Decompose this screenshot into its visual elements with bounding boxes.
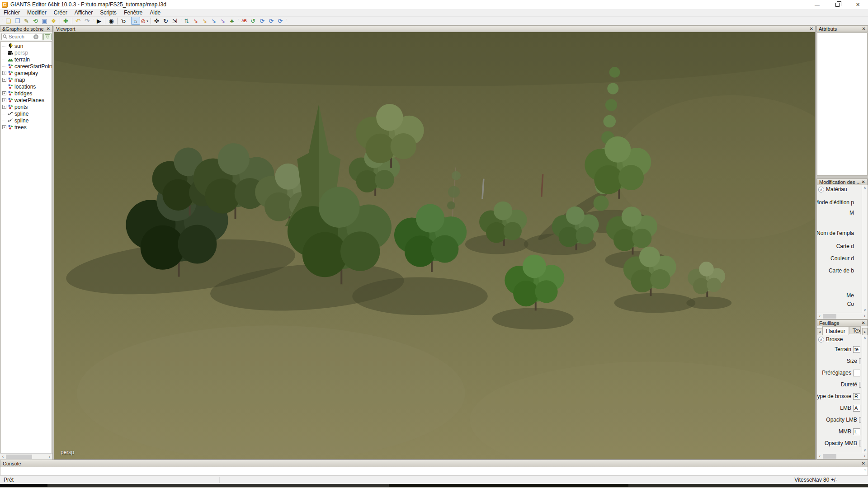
console-close-icon[interactable]: ✕ bbox=[862, 461, 865, 466]
new-file-icon[interactable]: ❏ bbox=[4, 17, 13, 25]
property-field[interactable]: A bbox=[853, 405, 860, 412]
tab-tex[interactable]: Tex bbox=[849, 326, 861, 334]
menu-creer[interactable]: Créer bbox=[50, 9, 71, 16]
scenegraph-item-map[interactable]: +map bbox=[1, 76, 52, 83]
menu-aide[interactable]: Aide bbox=[146, 9, 164, 16]
scale-tool-icon[interactable]: ⇲ bbox=[170, 17, 179, 25]
menu-scripts[interactable]: Scripts bbox=[96, 9, 120, 16]
scroll-right-icon[interactable]: › bbox=[862, 454, 868, 459]
scenegraph-hscrollbar[interactable]: ‹ › bbox=[0, 453, 52, 460]
console-body[interactable]: ⁘ bbox=[0, 467, 868, 475]
property-field[interactable]: te bbox=[853, 346, 860, 353]
scenegraph-item-sun[interactable]: sun bbox=[1, 42, 52, 49]
expand-icon[interactable]: + bbox=[2, 98, 6, 102]
terrain-paint-red-icon[interactable]: ➘ bbox=[191, 17, 200, 25]
export-file-icon[interactable]: ❖ bbox=[49, 17, 58, 25]
scenegraph-item-trees[interactable]: +trees bbox=[1, 124, 52, 131]
search-input[interactable] bbox=[9, 34, 32, 39]
scroll-left-icon[interactable]: ‹ bbox=[0, 454, 6, 459]
scenegraph-item-spline[interactable]: spline bbox=[1, 110, 52, 117]
scenegraph-item-locations[interactable]: locations bbox=[1, 83, 52, 90]
foliage-close-icon[interactable]: ✕ bbox=[862, 320, 865, 325]
foliage-vscrollbar[interactable]: ∧ ∨ bbox=[862, 335, 868, 453]
resize-grip-icon[interactable]: ⁘ bbox=[863, 468, 867, 472]
property-field[interactable]: L bbox=[853, 428, 860, 435]
play-icon[interactable]: ▶ bbox=[94, 17, 104, 25]
menu-modifier[interactable]: Modifier bbox=[24, 9, 50, 16]
expand-icon[interactable]: + bbox=[2, 125, 6, 129]
scroll-down-icon[interactable]: ∨ bbox=[863, 448, 866, 452]
expand-icon[interactable]: + bbox=[2, 71, 6, 75]
scroll-up-icon[interactable]: ∧ bbox=[863, 336, 866, 340]
tab-scroll-right-icon[interactable]: ▸ bbox=[862, 328, 868, 335]
reload-objects-icon[interactable]: ⟳ bbox=[276, 17, 285, 25]
reload-file-icon[interactable]: ⟲ bbox=[31, 17, 40, 25]
terrain-paint-orange-icon[interactable]: ➘ bbox=[200, 17, 209, 25]
reload-textures-icon[interactable]: ⟳ bbox=[267, 17, 276, 25]
move-tool-icon[interactable]: ✜ bbox=[152, 17, 161, 25]
property-field-edge[interactable] bbox=[859, 417, 861, 423]
scroll-left-icon[interactable]: ‹ bbox=[817, 314, 823, 319]
scenegraph-close-icon[interactable]: ✕ bbox=[47, 26, 50, 31]
tab-scroll-left-icon[interactable]: ◂ bbox=[817, 328, 822, 335]
menu-afficher[interactable]: Afficher bbox=[71, 9, 96, 16]
camera-disabled-icon[interactable]: ⊘▾ bbox=[140, 17, 149, 25]
save-icon[interactable]: ▣ bbox=[40, 17, 49, 25]
scenegraph-item-terrain[interactable]: terrain bbox=[1, 56, 52, 63]
scroll-thumb[interactable] bbox=[6, 455, 32, 459]
filter-button[interactable] bbox=[43, 33, 52, 40]
scenegraph-item-careerStartPoint[interactable]: careerStartPoint bbox=[1, 63, 52, 70]
minimize-button[interactable]: — bbox=[807, 0, 827, 9]
show-eye-icon[interactable]: ◉ bbox=[107, 17, 116, 25]
terrain-sculpt-icon[interactable]: ⇅ bbox=[182, 17, 191, 25]
expand-icon[interactable]: + bbox=[2, 91, 6, 95]
modification-vscrollbar[interactable]: ∧ ∨ bbox=[862, 185, 868, 313]
property-field-edge[interactable] bbox=[859, 382, 861, 388]
scroll-down-icon[interactable]: ∨ bbox=[863, 308, 866, 312]
reload-shaders-icon[interactable]: ⟳ bbox=[258, 17, 267, 25]
attributes-close-icon[interactable]: ✕ bbox=[862, 26, 866, 31]
brush-section[interactable]: ∧ Brosse bbox=[817, 335, 868, 343]
scenegraph-item-gameplay[interactable]: +gameplay bbox=[1, 70, 52, 76]
property-field-edge[interactable] bbox=[859, 358, 861, 364]
property-field[interactable] bbox=[853, 370, 860, 376]
terrain-paint-purple-icon[interactable]: ➘ bbox=[218, 17, 227, 25]
edit-file-icon[interactable]: ✎ bbox=[22, 17, 31, 25]
add-file-icon[interactable]: ✚ bbox=[61, 17, 71, 25]
zoom-icon[interactable]: ⚲ bbox=[119, 17, 128, 25]
material-section[interactable]: ∧ Matériau bbox=[817, 185, 868, 193]
scroll-thumb[interactable] bbox=[823, 454, 836, 459]
menu-fichier[interactable]: Fichier bbox=[0, 9, 24, 16]
scenegraph-item-waterPlanes[interactable]: +waterPlanes bbox=[1, 97, 52, 103]
expand-icon[interactable]: + bbox=[2, 105, 6, 109]
undo-icon[interactable]: ↶ bbox=[74, 17, 83, 25]
scroll-thumb[interactable] bbox=[823, 314, 836, 319]
scenegraph-item-spline[interactable]: spline bbox=[1, 117, 52, 124]
text-ab-icon[interactable]: AB bbox=[240, 17, 249, 25]
scenegraph-item-bridges[interactable]: +bridges bbox=[1, 90, 52, 97]
modification-hscrollbar[interactable]: ‹ › bbox=[817, 313, 868, 319]
scroll-up-icon[interactable]: ∧ bbox=[863, 186, 866, 190]
scenegraph-item-ponts[interactable]: +ponts bbox=[1, 103, 52, 110]
rotate-tool-icon[interactable]: ↻ bbox=[161, 17, 170, 25]
redo-icon[interactable]: ↷ bbox=[83, 17, 92, 25]
scroll-left-icon[interactable]: ‹ bbox=[817, 454, 823, 459]
viewport-close-icon[interactable]: ✕ bbox=[810, 26, 813, 31]
scenegraph-item-persp[interactable]: persp bbox=[1, 49, 52, 56]
search-box[interactable]: ✕ bbox=[1, 33, 42, 40]
viewport-3d-scene[interactable]: persp bbox=[54, 32, 816, 460]
menu-fenetre[interactable]: Fenêtre bbox=[120, 9, 146, 16]
scroll-right-icon[interactable]: › bbox=[47, 454, 52, 459]
close-button[interactable]: ✕ bbox=[848, 0, 868, 9]
expand-icon[interactable]: + bbox=[2, 78, 6, 82]
property-field-edge[interactable] bbox=[859, 441, 861, 446]
foliage-paint-icon[interactable]: ♣ bbox=[227, 17, 236, 25]
modification-close-icon[interactable]: ✕ bbox=[862, 179, 865, 184]
terrain-paint-blue-icon[interactable]: ➘ bbox=[209, 17, 218, 25]
foliage-hscrollbar[interactable]: ‹ › bbox=[817, 453, 868, 459]
scroll-right-icon[interactable]: › bbox=[862, 314, 868, 319]
restore-button[interactable] bbox=[827, 0, 848, 9]
property-field[interactable]: R bbox=[853, 393, 860, 400]
search-clear-icon[interactable]: ✕ bbox=[33, 34, 38, 39]
frame-selected-icon[interactable]: ⌂ bbox=[131, 17, 140, 25]
